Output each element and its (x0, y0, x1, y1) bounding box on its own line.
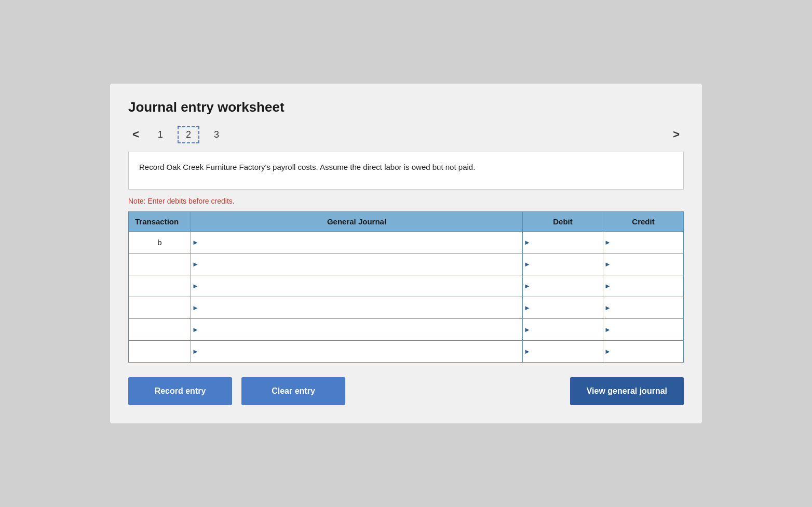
credit-input-4[interactable] (603, 297, 683, 318)
description-box: Record Oak Creek Furniture Factory's pay… (128, 152, 684, 190)
debit-cell-1[interactable]: ► (523, 231, 603, 253)
transaction-cell-5 (129, 318, 191, 340)
debit-input-1[interactable] (523, 232, 603, 253)
journal-input-1[interactable] (191, 232, 522, 253)
buttons-row: Record entry Clear entry View general jo… (128, 377, 684, 405)
credit-input-6[interactable] (603, 341, 683, 362)
header-general-journal: General Journal (191, 211, 523, 231)
journal-cell-3[interactable]: ► (191, 275, 523, 297)
header-debit: Debit (523, 211, 603, 231)
credit-cell-2[interactable]: ► (603, 253, 684, 275)
debit-arrow-1: ► (523, 238, 531, 246)
arrow-icon-5: ► (191, 326, 199, 333)
journal-input-2[interactable] (191, 254, 522, 275)
journal-cell-6[interactable]: ► (191, 340, 523, 362)
debit-input-4[interactable] (523, 297, 603, 318)
nav-item-2[interactable]: 2 (178, 126, 199, 143)
credit-arrow-1: ► (603, 238, 611, 246)
debit-input-3[interactable] (523, 275, 603, 297)
table-row: ► ► ► (129, 253, 684, 275)
debit-cell-5[interactable]: ► (523, 318, 603, 340)
transaction-cell-6 (129, 340, 191, 362)
journal-input-5[interactable] (191, 319, 522, 340)
worksheet-container: Journal entry worksheet < 1 2 3 > Record… (110, 84, 702, 423)
header-transaction: Transaction (129, 211, 191, 231)
view-general-journal-button[interactable]: View general journal (570, 377, 684, 405)
journal-input-3[interactable] (191, 275, 522, 297)
table-row: ► ► ► (129, 297, 684, 318)
table-row: b ► ► ► (129, 231, 684, 253)
record-entry-button[interactable]: Record entry (128, 377, 232, 405)
nav-left: < 1 2 3 (128, 126, 224, 143)
credit-cell-1[interactable]: ► (603, 231, 684, 253)
credit-cell-3[interactable]: ► (603, 275, 684, 297)
nav-item-3[interactable]: 3 (209, 127, 224, 142)
debit-input-6[interactable] (523, 341, 603, 362)
header-credit: Credit (603, 211, 684, 231)
debit-arrow-4: ► (523, 304, 531, 312)
journal-input-6[interactable] (191, 341, 522, 362)
note-text: Note: Enter debits before credits. (128, 197, 684, 205)
transaction-cell-3 (129, 275, 191, 297)
transaction-cell-1: b (129, 231, 191, 253)
prev-arrow[interactable]: < (128, 126, 143, 143)
debit-arrow-6: ► (523, 348, 531, 355)
arrow-icon-3: ► (191, 282, 199, 290)
debit-arrow-5: ► (523, 326, 531, 333)
journal-cell-1[interactable]: ► (191, 231, 523, 253)
journal-input-4[interactable] (191, 297, 522, 318)
debit-input-5[interactable] (523, 319, 603, 340)
arrow-icon-1: ► (191, 238, 199, 246)
transaction-cell-2 (129, 253, 191, 275)
debit-cell-3[interactable]: ► (523, 275, 603, 297)
debit-arrow-3: ► (523, 282, 531, 290)
credit-input-5[interactable] (603, 319, 683, 340)
arrow-icon-6: ► (191, 348, 199, 355)
journal-cell-4[interactable]: ► (191, 297, 523, 318)
description-text: Record Oak Creek Furniture Factory's pay… (139, 163, 475, 171)
debit-input-2[interactable] (523, 254, 603, 275)
credit-arrow-4: ► (603, 304, 611, 312)
debit-arrow-2: ► (523, 260, 531, 268)
credit-arrow-2: ► (603, 260, 611, 268)
credit-arrow-3: ► (603, 282, 611, 290)
arrow-icon-4: ► (191, 304, 199, 312)
nav-item-1[interactable]: 1 (153, 127, 168, 142)
nav-row: < 1 2 3 > (128, 126, 684, 143)
clear-entry-button[interactable]: Clear entry (241, 377, 345, 405)
page-title: Journal entry worksheet (128, 99, 684, 115)
credit-input-2[interactable] (603, 254, 683, 275)
debit-cell-4[interactable]: ► (523, 297, 603, 318)
journal-cell-2[interactable]: ► (191, 253, 523, 275)
credit-input-1[interactable] (603, 232, 683, 253)
table-row: ► ► ► (129, 340, 684, 362)
credit-input-3[interactable] (603, 275, 683, 297)
credit-arrow-5: ► (603, 326, 611, 333)
journal-table: Transaction General Journal Debit Credit… (128, 211, 684, 363)
table-row: ► ► ► (129, 318, 684, 340)
debit-cell-2[interactable]: ► (523, 253, 603, 275)
transaction-cell-4 (129, 297, 191, 318)
credit-cell-6[interactable]: ► (603, 340, 684, 362)
credit-cell-5[interactable]: ► (603, 318, 684, 340)
debit-cell-6[interactable]: ► (523, 340, 603, 362)
credit-arrow-6: ► (603, 348, 611, 355)
journal-cell-5[interactable]: ► (191, 318, 523, 340)
table-row: ► ► ► (129, 275, 684, 297)
arrow-icon-2: ► (191, 260, 199, 268)
credit-cell-4[interactable]: ► (603, 297, 684, 318)
next-arrow[interactable]: > (669, 126, 684, 143)
